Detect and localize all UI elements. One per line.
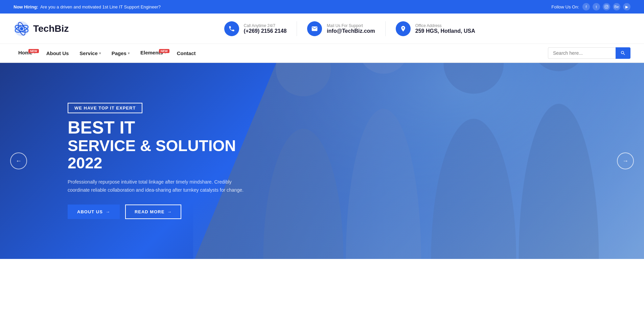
hero-prev-button[interactable]: ←: [10, 152, 27, 169]
svg-point-7: [20, 27, 23, 30]
hiring-text: Are you a driven and motivated 1st Line …: [40, 4, 161, 9]
nav-service-label: Service: [79, 50, 97, 56]
top-bar: Now Hiring: Are you a driven and motivat…: [0, 0, 644, 14]
nav-contact-label: Contact: [177, 50, 196, 56]
hero-description: Professionally repurpose intuitive total…: [68, 178, 244, 194]
hero-content: WE HAVE TOP IT EXPERT BEST IT SERVICE & …: [68, 103, 271, 219]
logo-icon: [14, 21, 30, 37]
facebook-icon[interactable]: f: [582, 3, 590, 10]
mail-label: Mail Us For Support: [327, 23, 375, 28]
office-address: 259 HGS, Hotland, USA: [415, 28, 475, 34]
next-arrow-icon: →: [622, 158, 628, 165]
read-more-arrow-icon: →: [167, 209, 172, 214]
top-bar-social: Follow Us On: f t Be ▶: [551, 3, 630, 10]
call-label: Call Anytime 24/7: [244, 23, 287, 28]
mail-info: Mail Us For Support info@TechBiz.com: [297, 21, 385, 36]
hiring-label: Now Hiring:: [14, 4, 38, 9]
logo[interactable]: TechBiz: [14, 21, 69, 37]
nav-pages[interactable]: Pages ▾: [107, 48, 134, 59]
phone-icon: [228, 25, 235, 32]
hero-next-button[interactable]: →: [617, 152, 634, 169]
header-info: Call Anytime 24/7 (+269) 2156 2148 Mail …: [69, 21, 630, 36]
prev-arrow-icon: ←: [16, 158, 22, 165]
hero-section: WE HAVE TOP IT EXPERT BEST IT SERVICE & …: [0, 63, 644, 259]
behance-icon[interactable]: Be: [613, 3, 620, 10]
mail-icon: [311, 25, 318, 32]
about-us-arrow-icon: →: [106, 209, 110, 214]
nav-contact[interactable]: Contact: [172, 48, 201, 59]
top-bar-hiring: Now Hiring: Are you a driven and motivat…: [14, 4, 161, 9]
office-label: Office Address: [415, 23, 475, 28]
svg-point-2: [607, 6, 608, 6]
nav-elements[interactable]: Elements New ▾: [136, 48, 171, 58]
follow-label: Follow Us On:: [551, 4, 579, 9]
call-info: Call Anytime 24/7 (+269) 2156 2148: [214, 21, 297, 36]
search-form[interactable]: [548, 47, 630, 59]
svg-rect-0: [605, 5, 608, 8]
instagram-icon[interactable]: [603, 3, 610, 10]
hero-buttons: ABOUT US → READ MORE →: [68, 205, 271, 219]
mail-address: info@TechBiz.com: [327, 28, 375, 34]
office-text: Office Address 259 HGS, Hotland, USA: [415, 23, 475, 34]
location-icon-circle: [396, 21, 411, 36]
call-text: Call Anytime 24/7 (+269) 2156 2148: [244, 23, 287, 34]
nav-about[interactable]: About Us: [42, 48, 74, 59]
service-chevron-icon: ▾: [99, 51, 101, 55]
youtube-icon[interactable]: ▶: [623, 3, 630, 10]
svg-point-1: [606, 6, 607, 8]
nav-home[interactable]: Home New ▾: [14, 48, 40, 58]
about-us-button[interactable]: ABOUT US →: [68, 205, 120, 219]
phone-icon-circle: [224, 21, 239, 36]
mail-text: Mail Us For Support info@TechBiz.com: [327, 23, 375, 34]
nav-service[interactable]: Service ▾: [75, 48, 105, 59]
hero-title-line1: BEST IT: [68, 118, 271, 137]
location-icon: [400, 25, 407, 32]
hero-badge: WE HAVE TOP IT EXPERT: [68, 103, 142, 113]
search-input[interactable]: [548, 47, 616, 59]
hero-title-line2: SERVICE & SOLUTION 2022: [68, 137, 271, 171]
search-icon: [620, 50, 626, 56]
site-header: TechBiz Call Anytime 24/7 (+269) 2156 21…: [0, 14, 644, 44]
read-more-button[interactable]: READ MORE →: [125, 205, 181, 219]
logo-text: TechBiz: [33, 23, 69, 34]
twitter-icon[interactable]: t: [593, 3, 600, 10]
read-more-label: READ MORE: [135, 209, 164, 214]
office-info: Office Address 259 HGS, Hotland, USA: [386, 21, 485, 36]
social-icons-group: f t Be ▶: [582, 3, 630, 10]
home-new-badge: New: [28, 49, 39, 53]
pages-chevron-icon: ▾: [128, 51, 130, 55]
elements-new-badge: New: [159, 49, 169, 53]
nav-pages-label: Pages: [112, 50, 127, 56]
search-button[interactable]: [616, 47, 630, 59]
call-number: (+269) 2156 2148: [244, 28, 287, 34]
nav-about-label: About Us: [46, 50, 69, 56]
about-us-label: ABOUT US: [77, 209, 103, 214]
main-nav: Home New ▾ About Us Service ▾ Pages ▾ El…: [0, 44, 644, 63]
nav-links: Home New ▾ About Us Service ▾ Pages ▾ El…: [14, 48, 201, 59]
mail-icon-circle: [307, 21, 322, 36]
